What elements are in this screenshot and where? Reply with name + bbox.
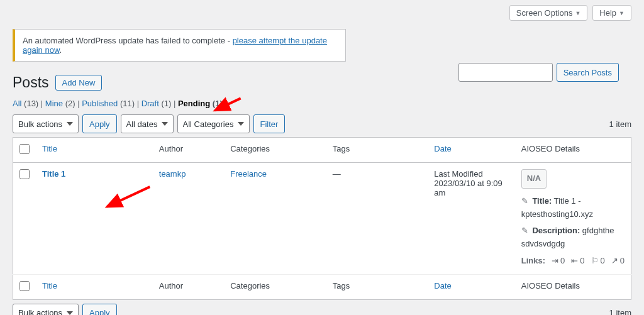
filter-all[interactable]: All (13) (13, 99, 38, 108)
bulk-actions-select[interactable]: Bulk actions (13, 114, 79, 133)
help-label: Help (599, 8, 616, 18)
outbound-icon: ⇤ (571, 255, 578, 268)
pencil-icon[interactable]: ✎ (521, 196, 528, 206)
status-filter-tabs: All (13) | Mine (2) | Published (11) | D… (13, 99, 631, 108)
aioseo-details: N/A ✎ Title: Title 1 - kptesthosting10.x… (521, 169, 625, 268)
col-author: Author (153, 138, 224, 163)
notice-text: An automated WordPress update has failed… (23, 36, 233, 45)
screen-options-button[interactable]: Screen Options ▼ (509, 5, 588, 21)
link-stat: ⚐ 0 (591, 255, 605, 268)
col-categories: Categories (224, 138, 326, 163)
col-title[interactable]: Title (36, 138, 153, 163)
search-input[interactable] (458, 63, 553, 82)
apply-button-top[interactable]: Apply (82, 114, 117, 133)
col-aioseo: AIOSEO Details (515, 138, 631, 163)
category-link[interactable]: Freelance (230, 169, 267, 179)
chevron-down-icon: ▼ (619, 10, 625, 16)
col-date[interactable]: Date (428, 138, 514, 163)
filter-published[interactable]: Published (11) (82, 99, 135, 108)
date-filter-select[interactable]: All dates (121, 114, 174, 133)
col-aioseo: AIOSEO Details (515, 274, 631, 299)
update-notice: An automated WordPress update has failed… (13, 29, 346, 62)
external-icon: ↗ (611, 255, 618, 268)
annotation-arrow-icon (97, 177, 157, 218)
bulk-actions-select-bottom[interactable]: Bulk actions (13, 304, 79, 315)
apply-button-bottom[interactable]: Apply (82, 304, 117, 315)
filter-pending[interactable]: Pending (1) (178, 99, 223, 108)
row-checkbox[interactable] (19, 169, 30, 179)
table-row: Title 1 teamkp Freelance — Last Modified… (13, 163, 631, 275)
search-posts-button[interactable]: Search Posts (557, 63, 619, 82)
select-all-checkbox[interactable] (19, 144, 30, 154)
page-title: Posts (13, 74, 49, 91)
filter-button[interactable]: Filter (253, 114, 286, 133)
svg-line-1 (107, 187, 150, 207)
col-categories: Categories (224, 274, 326, 299)
posts-table: Title Author Categories Tags Date AIOSEO… (13, 137, 631, 300)
tags-cell: — (326, 163, 428, 275)
col-author: Author (153, 274, 224, 299)
col-tags: Tags (326, 138, 428, 163)
help-button[interactable]: Help ▼ (592, 5, 631, 21)
col-tags: Tags (326, 274, 428, 299)
screen-options-label: Screen Options (516, 8, 573, 18)
post-title-link[interactable]: Title 1 (42, 169, 65, 179)
link-stat: ⇥ 0 (552, 255, 565, 268)
author-link[interactable]: teamkp (159, 169, 186, 179)
select-all-checkbox-bottom[interactable] (19, 281, 30, 291)
affiliate-icon: ⚐ (591, 255, 599, 268)
add-new-button[interactable]: Add New (55, 75, 103, 91)
item-count-bottom: 1 item (609, 308, 631, 315)
col-date[interactable]: Date (428, 274, 514, 299)
category-filter-select[interactable]: All Categories (177, 114, 250, 133)
chevron-down-icon: ▼ (575, 10, 580, 16)
pencil-icon[interactable]: ✎ (521, 226, 528, 235)
link-stat: ⇤ 0 (571, 255, 584, 268)
aioseo-score-badge: N/A (521, 169, 547, 189)
col-title[interactable]: Title (36, 274, 153, 299)
item-count: 1 item (609, 119, 631, 129)
inbound-icon: ⇥ (552, 255, 558, 268)
date-cell: Last Modified 2023/03/10 at 9:09 am (428, 163, 514, 275)
filter-draft[interactable]: Draft (1) (142, 99, 172, 108)
link-stat: ↗ 0 (611, 255, 625, 268)
filter-mine[interactable]: Mine (2) (45, 99, 75, 108)
